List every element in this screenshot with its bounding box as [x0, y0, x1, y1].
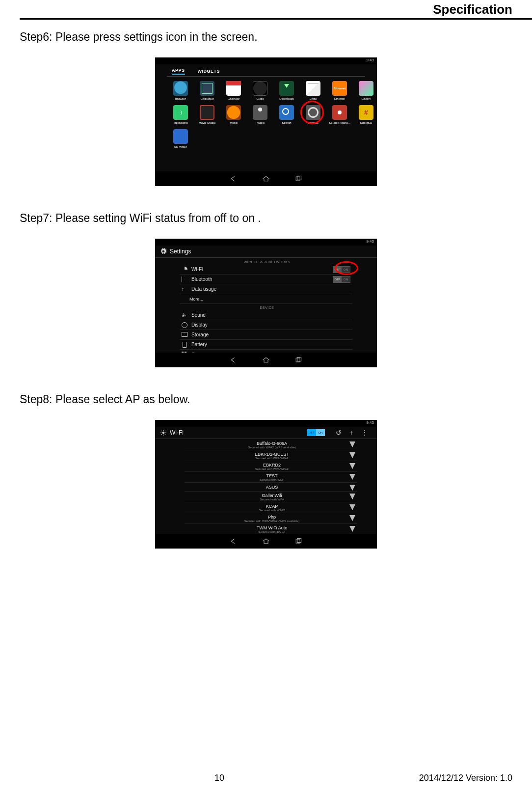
app-search[interactable]: Search	[276, 105, 297, 124]
nav-bar	[155, 171, 377, 186]
settings-item-label: Sound	[191, 312, 206, 318]
settings-item-sound[interactable]: Sound	[180, 310, 352, 320]
settings-item-storage[interactable]: Storage	[180, 330, 352, 340]
app-ethernet[interactable]: EthernetEthernet	[329, 81, 350, 100]
nav-back-icon[interactable]	[230, 357, 238, 363]
nav-recent-icon[interactable]	[294, 538, 302, 545]
nav-home-icon[interactable]	[262, 175, 270, 182]
settings-item-label: Wi-Fi	[191, 267, 203, 272]
wifi-toggle[interactable]: OFFON	[333, 266, 350, 273]
page-header: Specification	[20, 0, 532, 20]
app-label: Messaging	[173, 121, 187, 124]
wifi-icon	[182, 267, 187, 273]
app-icon	[173, 105, 188, 120]
toggle-on-label: ON	[342, 276, 350, 282]
app-label: Settings	[308, 121, 319, 124]
sound-icon	[182, 312, 187, 318]
wifi-signal-icon	[349, 494, 355, 499]
wifi-menu-icon[interactable]: ⋮	[361, 429, 368, 437]
settings-item-more[interactable]: More...	[180, 294, 352, 304]
app-settings[interactable]: Settings	[302, 105, 324, 124]
app-icon	[226, 105, 241, 120]
app-downloads[interactable]: Downloads	[276, 81, 297, 100]
app-label: Calculator	[200, 97, 213, 100]
settings-item-label: Bluetooth	[191, 276, 212, 282]
app-label: Movie Studio	[199, 121, 216, 124]
nav-recent-icon[interactable]	[294, 357, 302, 363]
app-supersu[interactable]: SuperSU	[355, 105, 377, 124]
settings-item-data[interactable]: Data usage	[180, 284, 352, 294]
settings-item-wifi[interactable]: Wi-FiOFFON	[180, 265, 352, 275]
wifi-signal-icon	[349, 526, 355, 532]
tab-apps[interactable]: APPS	[172, 68, 185, 75]
settings-item-label: More...	[189, 297, 203, 302]
status-time: 9:43	[366, 420, 374, 425]
app-icon	[279, 81, 294, 96]
bt-icon	[182, 276, 187, 282]
screenshot-settings: 9:43 Settings WIRELESS & NETWORKSWi-FiOF…	[155, 239, 377, 367]
app-icon	[173, 81, 188, 96]
settings-item-display[interactable]: Display	[180, 320, 352, 330]
wifi-ap-item[interactable]: GallenWifiSecured with WPA	[185, 492, 357, 502]
page-footer: 10 2014/12/12 Version: 1.0	[20, 773, 512, 783]
app-label: Clock	[256, 97, 264, 100]
settings-item-label: Display	[191, 322, 208, 328]
nav-home-icon[interactable]	[262, 538, 270, 545]
app-icon	[200, 105, 214, 120]
app-icon	[226, 81, 241, 96]
wifi-ssid: ASUS	[186, 485, 357, 490]
wifi-ap-item[interactable]: TWM WiFi AutoSecured with 802.1x	[185, 524, 357, 534]
wifi-refresh-icon[interactable]: ↺	[336, 429, 342, 437]
nav-back-icon[interactable]	[230, 538, 238, 545]
wifi-security: Secured with 802.1x	[186, 530, 357, 533]
app-icon	[332, 105, 347, 120]
wifi-ap-item[interactable]: KCAPSecured with WPA2	[185, 502, 357, 513]
app-clock[interactable]: Clock	[249, 81, 271, 100]
app-sound-record-[interactable]: Sound Record...	[329, 105, 350, 124]
nav-back-icon[interactable]	[230, 175, 238, 182]
app-label: Downloads	[279, 97, 294, 100]
tab-widgets[interactable]: WIDGETS	[198, 69, 220, 75]
wifi-signal-icon	[349, 452, 355, 458]
app-icon	[279, 105, 294, 120]
bt-toggle[interactable]: OFFON	[333, 276, 350, 283]
wifi-ap-item[interactable]: PhpSecured with WPA/WPA2 (WPS available)	[185, 513, 357, 524]
settings-section-device: DEVICE	[180, 304, 352, 310]
wifi-security: Secured with WPA/WPA2 (WPS available)	[186, 520, 357, 523]
app-calculator[interactable]: Calculator	[196, 81, 218, 100]
nav-home-icon[interactable]	[262, 357, 270, 363]
wifi-ap-item[interactable]: Buffalo-G-606ASecured with WPA2 (WPS ava…	[185, 440, 357, 450]
screenshot-wifi-list: 9:43 Wi-Fi OFF ON ↺ + ⋮ Buffalo-G-606ASe…	[155, 420, 377, 549]
wifi-ssid: Php	[186, 515, 357, 520]
wifi-add-icon[interactable]: +	[349, 429, 353, 437]
app-music[interactable]: Music	[223, 105, 244, 124]
wifi-ap-item[interactable]: ASUS	[185, 483, 357, 492]
nav-recent-icon[interactable]	[294, 175, 302, 182]
wifi-signal-icon	[349, 441, 355, 447]
app-icon: Ethernet	[332, 81, 347, 96]
app-browser[interactable]: Browser	[170, 81, 191, 100]
toggle-off-label: OFF	[333, 267, 342, 273]
app-gallery[interactable]: Gallery	[355, 81, 377, 100]
wifi-ap-item[interactable]: EBKRD2Secured with WPA/WPA2	[185, 461, 357, 472]
settings-item-label: Data usage	[191, 286, 216, 292]
app-email[interactable]: Email	[302, 81, 324, 100]
wifi-ap-item[interactable]: EBKRD2-GUESTSecured with WPA/WPA2	[185, 450, 357, 461]
footer-date-version: 2014/12/12 Version: 1.0	[419, 773, 512, 783]
app-label: SuperSU	[360, 121, 372, 124]
status-time: 9:43	[366, 58, 374, 62]
wifi-ssid: GallenWifi	[186, 493, 357, 498]
app-calendar[interactable]: Calendar	[223, 81, 244, 100]
app-people[interactable]: People	[249, 105, 271, 124]
app-messaging[interactable]: Messaging	[170, 105, 191, 124]
app-label: Sound Record...	[329, 121, 350, 124]
settings-item-bt[interactable]: BluetoothOFFON	[180, 275, 352, 284]
app-movie-studio[interactable]: Movie Studio	[196, 105, 218, 124]
settings-item-battery[interactable]: Battery	[180, 340, 352, 350]
wifi-ap-item[interactable]: TESTSecured with WEP	[185, 472, 357, 483]
app-sd-writer[interactable]: SD Writer	[170, 129, 191, 148]
app-icon	[173, 129, 188, 144]
wifi-toggle[interactable]: OFF ON	[307, 429, 325, 436]
step6-text: Step6: Please press settings icon in the…	[20, 30, 512, 44]
toggle-on-label: ON	[342, 267, 350, 273]
